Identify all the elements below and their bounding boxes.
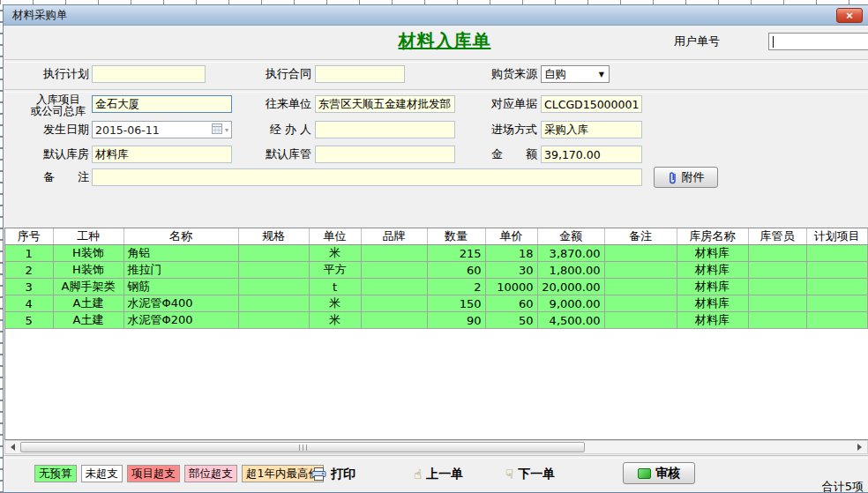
table-cell[interactable]: 推拉门 xyxy=(123,262,238,279)
table-cell[interactable]: 9,000.00 xyxy=(537,295,604,312)
table-cell[interactable] xyxy=(604,262,677,279)
print-button[interactable]: 打印 xyxy=(311,465,355,484)
table-cell[interactable]: H装饰 xyxy=(53,245,123,262)
purchase-source-select[interactable]: 自购 ▼ xyxy=(541,65,610,83)
exec-plan-input[interactable] xyxy=(92,65,206,83)
table-cell[interactable]: 10000 xyxy=(485,279,537,295)
table-cell[interactable] xyxy=(604,245,677,262)
table-cell[interactable]: 30 xyxy=(485,262,537,279)
amount-input[interactable] xyxy=(541,146,642,163)
table-cell[interactable] xyxy=(806,279,868,295)
table-cell[interactable] xyxy=(238,295,309,312)
table-cell[interactable] xyxy=(748,262,806,279)
attachment-label: 附件 xyxy=(682,169,705,185)
table-cell[interactable]: 2 xyxy=(427,279,485,295)
table-cell[interactable] xyxy=(361,295,427,312)
table-cell[interactable]: t xyxy=(309,279,361,295)
table-row[interactable]: 4A土建水泥管Φ400米150609,000.00材料库 xyxy=(5,295,868,312)
exec-contract-input[interactable] xyxy=(315,65,405,83)
table-cell[interactable]: 150 xyxy=(427,295,485,312)
table-cell[interactable]: 5 xyxy=(5,312,53,329)
table-cell[interactable]: 215 xyxy=(427,245,485,262)
date-picker[interactable]: 2015-06-11 ▾ xyxy=(92,121,232,138)
table-cell[interactable]: A脚手架类 xyxy=(53,279,123,295)
next-order-button[interactable]: ☟ 下一单 xyxy=(505,465,555,484)
table-cell[interactable]: A土建 xyxy=(53,295,123,312)
table-cell[interactable] xyxy=(238,262,309,279)
table-cell[interactable] xyxy=(604,312,677,329)
table-cell[interactable]: 90 xyxy=(427,312,485,329)
table-cell[interactable] xyxy=(806,245,868,262)
table-cell[interactable]: 60 xyxy=(427,262,485,279)
scroll-right-button[interactable] xyxy=(853,442,866,452)
table-cell[interactable]: 米 xyxy=(309,295,361,312)
table-cell[interactable]: 米 xyxy=(309,312,361,329)
attachment-button[interactable]: 附件 xyxy=(654,167,718,188)
column-header: 数量 xyxy=(427,228,485,245)
audit-button[interactable]: 审核 xyxy=(623,462,695,484)
table-cell[interactable]: 4 xyxy=(5,295,53,312)
table-cell[interactable]: 3,870.00 xyxy=(537,245,604,262)
table-cell[interactable]: 50 xyxy=(485,312,537,329)
table-cell[interactable]: 4,500.00 xyxy=(537,312,604,329)
table-cell[interactable] xyxy=(604,295,677,312)
table-cell[interactable]: 水泥管Φ400 xyxy=(123,295,238,312)
horizontal-scrollbar[interactable] xyxy=(4,440,868,454)
table-cell[interactable] xyxy=(238,312,309,329)
table-cell[interactable] xyxy=(748,279,806,295)
table-row[interactable]: 3A脚手架类钢筋t21000020,000.00材料库 xyxy=(5,279,868,295)
remark-input[interactable] xyxy=(92,168,642,186)
table-cell[interactable] xyxy=(748,312,806,329)
ref-doc-input[interactable] xyxy=(541,95,642,113)
remark-label: 备 注 xyxy=(36,168,89,186)
table-cell[interactable]: 平方 xyxy=(309,262,361,279)
table-cell[interactable] xyxy=(806,312,868,329)
counterpart-input[interactable] xyxy=(315,95,455,113)
date-dropdown-arrow-icon: ▾ xyxy=(225,126,228,134)
table-row[interactable]: 5A土建水泥管Φ200米90504,500.00材料库 xyxy=(5,312,868,329)
table-cell[interactable] xyxy=(748,245,806,262)
scroll-left-button[interactable] xyxy=(6,442,19,452)
scrollbar-thumb[interactable] xyxy=(20,442,585,452)
table-cell[interactable] xyxy=(806,262,868,279)
table-cell[interactable]: 2 xyxy=(5,262,53,279)
table-cell[interactable]: 1,800.00 xyxy=(537,262,604,279)
table-cell[interactable] xyxy=(361,245,427,262)
table-cell[interactable]: 20,000.00 xyxy=(537,279,604,295)
previous-order-button[interactable]: ☝ 上一单 xyxy=(414,465,463,484)
table-cell[interactable] xyxy=(361,279,427,295)
table-cell[interactable]: 60 xyxy=(485,295,537,312)
table-row[interactable]: 1H装饰角铝米215183,870.00材料库 xyxy=(5,245,868,262)
table-cell[interactable]: A土建 xyxy=(53,312,123,329)
table-cell[interactable]: 1 xyxy=(5,245,53,262)
table-cell[interactable]: 3 xyxy=(5,279,53,295)
table-cell[interactable] xyxy=(806,295,868,312)
entry-mode-input[interactable] xyxy=(541,121,642,138)
table-cell[interactable]: 米 xyxy=(309,245,361,262)
default-keeper-input[interactable] xyxy=(315,146,455,163)
table-cell[interactable] xyxy=(604,279,677,295)
table-cell[interactable]: 18 xyxy=(485,245,537,262)
entry-mode-label: 进场方式 xyxy=(484,121,537,138)
dialog-titlebar[interactable]: 材料采购单 xyxy=(4,5,868,26)
table-cell[interactable]: 角铝 xyxy=(123,245,238,262)
table-cell[interactable] xyxy=(238,279,309,295)
table-cell[interactable] xyxy=(361,312,427,329)
table-cell[interactable]: 材料库 xyxy=(677,262,748,279)
table-cell[interactable]: 钢筋 xyxy=(123,279,238,295)
table-cell[interactable] xyxy=(361,262,427,279)
table-cell[interactable]: 材料库 xyxy=(677,295,748,312)
user-no-input[interactable] xyxy=(768,33,868,50)
table-cell[interactable]: 材料库 xyxy=(677,279,748,295)
table-cell[interactable] xyxy=(748,295,806,312)
project-input[interactable] xyxy=(92,95,232,113)
default-warehouse-input[interactable] xyxy=(92,146,232,163)
handler-input[interactable] xyxy=(315,121,455,138)
table-cell[interactable] xyxy=(238,245,309,262)
table-cell[interactable]: H装饰 xyxy=(53,262,123,279)
table-row[interactable]: 2H装饰推拉门平方60301,800.00材料库 xyxy=(5,262,868,279)
table-cell[interactable]: 水泥管Φ200 xyxy=(123,312,238,329)
table-cell[interactable]: 材料库 xyxy=(677,245,748,262)
close-button[interactable]: × xyxy=(836,8,863,23)
table-cell[interactable]: 材料库 xyxy=(677,312,748,329)
